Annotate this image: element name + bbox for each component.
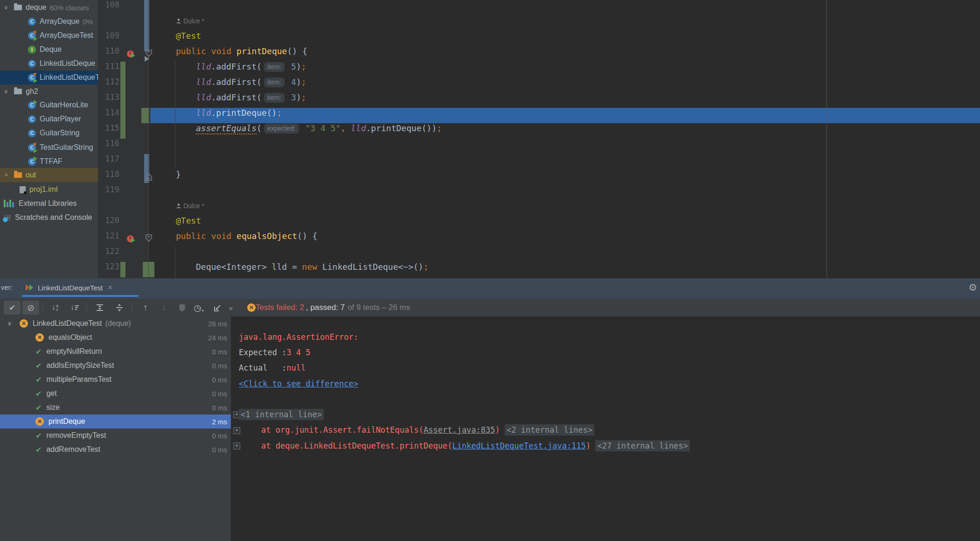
expand-all-button[interactable]: [91, 301, 108, 315]
assert-java-link[interactable]: Assert.java:835: [424, 425, 495, 435]
tree-item-linkedlistdequetest[interactable]: C LinkedListDequeTest: [0, 70, 98, 84]
interface-icon: I: [28, 46, 36, 54]
tree-item-proj1-iml[interactable]: proj1.iml: [0, 183, 98, 197]
failed-test-run-icon[interactable]: [127, 50, 134, 57]
show-passed-button[interactable]: ✔: [4, 301, 21, 315]
failed-test-run-icon[interactable]: [127, 235, 134, 242]
test-duration: 2 ms: [212, 418, 227, 426]
shield-icon[interactable]: [174, 301, 190, 315]
code-line-111[interactable]: lld.addFirst(item: 5);: [150, 62, 980, 77]
tree-item-arraydeque[interactable]: C ArrayDeque 0%: [0, 14, 98, 28]
code-line-109[interactable]: @Test: [150, 31, 980, 46]
ide-window: ∨ deque 60% classes C ArrayDeque 0% C Ar…: [0, 0, 980, 541]
code-line-114[interactable]: lld.printDeque();: [150, 108, 980, 123]
previous-occurrence-button[interactable]: ↑: [137, 301, 154, 315]
vcs-added-strip: [120, 262, 125, 277]
run-tab-title: LinkedListDequeTest: [38, 284, 103, 292]
line-number: 121: [98, 231, 119, 246]
test-row-emptyNullReturn[interactable]: ✔ emptyNullReturn 0 ms: [0, 344, 231, 358]
test-output-console: java.lang.AssertionError: Expected :3 4 …: [231, 316, 980, 541]
test-class-icon: C: [28, 144, 36, 152]
sort-alphabetically-button[interactable]: ↓az: [47, 301, 63, 315]
test-duration: 0 ms: [212, 390, 227, 398]
see-difference-link[interactable]: <Click to see difference>: [239, 379, 358, 388]
param-hint: item:: [264, 77, 285, 87]
diff-link-line: <Click to see difference>: [239, 376, 358, 392]
test-row-get[interactable]: ✔ get 0 ms: [0, 386, 231, 400]
test-row-size[interactable]: ✔ size 0 ms: [0, 400, 231, 415]
test-passed-icon: ✔: [35, 375, 42, 384]
code-line-113[interactable]: lld.addFirst(item: 3);: [150, 92, 980, 108]
tree-item-deque[interactable]: ∨ deque 60% classes: [0, 0, 98, 14]
code-line-123[interactable]: Deque<Integer> lld = new LinkedListDeque…: [150, 262, 980, 277]
test-failed-icon: ✕: [35, 333, 44, 342]
code-line-115[interactable]: assertEquals(expected: "3 4 5", lld.prin…: [150, 123, 980, 139]
gear-icon[interactable]: ⚙: [968, 282, 977, 293]
class-icon: C: [28, 115, 36, 123]
code-line-110[interactable]: public void printDeque() {: [150, 46, 980, 62]
tree-item-out[interactable]: > out: [0, 168, 98, 182]
line-number: 114: [98, 108, 119, 123]
tab-prefix-label: ver:: [1, 278, 13, 297]
tree-item-gh2[interactable]: ∨ gh2: [0, 84, 98, 98]
tree-item-testguitarstring[interactable]: C TestGuitarString: [0, 141, 98, 155]
param-hint: item:: [264, 93, 285, 103]
test-row-addRemoveTest[interactable]: ✔ addRemoveTest 0 ms: [0, 443, 231, 457]
test-status-summary: ✕ Tests failed: 2 , passed: 7 of 9 tests…: [247, 299, 410, 316]
chevron-down-icon[interactable]: ∨: [3, 4, 9, 11]
libraries-icon: [4, 200, 15, 207]
fold-marker-icon[interactable]: [145, 234, 153, 242]
tree-item-external-libraries[interactable]: External Libraries: [0, 197, 98, 211]
line-number: 110: [98, 46, 119, 62]
run-tab[interactable]: LinkedListDequeTest ✕: [26, 278, 113, 297]
import-test-results-button[interactable]: [209, 301, 226, 315]
line-number: 109: [98, 31, 119, 46]
tree-item-linkedlistdeque[interactable]: C LinkedListDeque: [0, 56, 98, 70]
fold-toggle-icon[interactable]: +: [233, 443, 240, 450]
test-row-addIsEmptySizeTest[interactable]: ✔ addIsEmptySizeTest 0 ms: [0, 358, 231, 372]
toolbar-separator: [43, 302, 43, 313]
tree-item-guitarherolite[interactable]: C GuitarHeroLite: [0, 98, 98, 112]
test-duration: 24 ms: [208, 334, 227, 342]
code-editor[interactable]: 108 109 110 111 112 113 114 115 116 117 …: [98, 0, 980, 278]
test-row-multipleParamsTest[interactable]: ✔ multipleParamsTest 0 ms: [0, 372, 231, 386]
test-duration: 0 ms: [212, 376, 227, 384]
tree-item-deque-interface[interactable]: I Deque: [0, 42, 98, 56]
chevron-down-icon[interactable]: ∨: [3, 88, 9, 95]
fold-toggle-icon[interactable]: +: [233, 427, 240, 434]
sort-by-duration-button[interactable]: ↓: [66, 301, 83, 315]
tree-item-arraydequetest[interactable]: C ArrayDequeTest: [0, 28, 98, 42]
module-file-icon: [20, 186, 26, 193]
right-margin-guide: [827, 0, 827, 278]
source-line-link[interactable]: LinkedListDequeTest.java:115: [452, 441, 586, 450]
chevron-right-icon[interactable]: >: [3, 172, 9, 178]
code-line-120[interactable]: @Test: [150, 216, 980, 231]
test-runner-toolbar: ✔ ⊘ ↓az ↓ ↑ ↓ ◷▾ » ✕ Tests failed: 2 , p…: [0, 299, 980, 317]
chevron-down-icon[interactable]: ∨: [7, 320, 12, 327]
tree-item-scratches[interactable]: » Scratches and Console: [0, 211, 98, 225]
fold-end-marker-icon[interactable]: [145, 173, 153, 181]
test-row-equalsObject[interactable]: ✕ equalsObject 24 ms: [0, 330, 231, 344]
folder-icon: [14, 89, 22, 94]
code-line-118[interactable]: }: [150, 169, 980, 185]
close-icon[interactable]: ✕: [107, 284, 113, 291]
test-duration: 0 ms: [212, 362, 227, 370]
tree-item-guitarplayer[interactable]: C GuitarPlayer: [0, 112, 98, 126]
vcs-added-strip: [120, 62, 125, 139]
fold-marker-icon[interactable]: [145, 49, 153, 57]
show-ignored-button[interactable]: ⊘: [22, 301, 39, 315]
stack-frame-2: at deque.LinkedListDequeTest.printDeque(…: [261, 438, 690, 454]
test-history-button[interactable]: ◷▾: [190, 301, 207, 315]
code-line-121[interactable]: public void equalsObject() {: [150, 231, 980, 246]
code-line-112[interactable]: lld.addFirst(item: 4);: [150, 77, 980, 92]
collapse-all-button[interactable]: [111, 301, 128, 315]
test-row-removeEmptyTest[interactable]: ✔ removeEmptyTest 0 ms: [0, 429, 231, 443]
more-actions-button[interactable]: »: [226, 301, 236, 315]
test-row-printDeque[interactable]: ✕ printDeque 2 ms: [0, 415, 231, 429]
next-occurrence-button[interactable]: ↓: [156, 301, 173, 315]
test-root-row[interactable]: ∨ ✕ LinkedListDequeTest (deque) 26 ms: [0, 316, 231, 330]
line-number: 119: [98, 185, 119, 200]
tree-item-ttfaf[interactable]: C TTFAF: [0, 155, 98, 169]
tree-item-guitarstring[interactable]: C GuitarString: [0, 126, 98, 140]
run-overlay-icon: [34, 148, 37, 153]
